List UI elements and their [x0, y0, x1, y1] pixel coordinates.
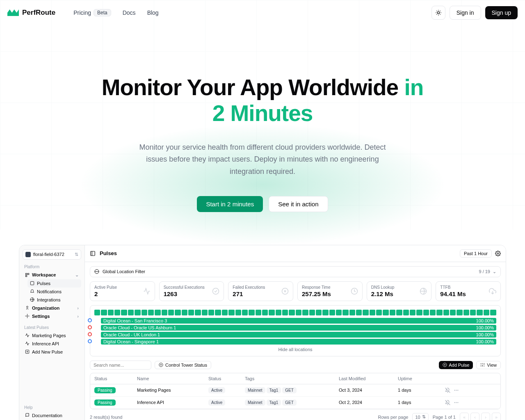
sidebar-section-latest: Latest Pulses — [24, 325, 80, 330]
sidebar-item-settings[interactable]: Settings › — [23, 312, 81, 320]
nav-pricing-label: Pricing — [73, 9, 91, 16]
sidebar-org-label: Organization — [32, 306, 59, 310]
plus-square-icon — [25, 349, 30, 354]
sidebar-item-workspace[interactable]: Workspace ⌄ — [23, 271, 81, 279]
col-modified: Last Modified — [339, 376, 396, 381]
workspace-selector[interactable]: floral-field-6372 ⇅ — [23, 249, 81, 260]
results-count: 2 result(s) found — [90, 415, 122, 420]
cta-start[interactable]: Start in 2 minutes — [197, 196, 263, 212]
hide-all-locations[interactable]: Hide all locations — [94, 347, 496, 352]
sidebar-item-notifications[interactable]: Notifications — [27, 288, 81, 296]
hero-title-pre: Monitor Your App Worldwide — [102, 75, 404, 100]
latest-pulse-2[interactable]: Inference API — [23, 340, 81, 348]
status-badge: Passing — [94, 387, 116, 393]
tag: GET — [282, 387, 297, 393]
svg-point-30 — [456, 402, 457, 403]
sidebar-item-documentation[interactable]: Documentation — [23, 411, 81, 420]
sidebar-section-platform: Platform — [24, 265, 80, 269]
latest-pulse-2-label: Inference API — [32, 341, 59, 346]
tag: Mainnet — [245, 387, 265, 393]
location-filter[interactable]: Global Location Filter 9 / 19 ⌄ — [90, 266, 501, 277]
time-range[interactable]: Past 1 Hour — [460, 249, 492, 258]
page-last[interactable]: » — [492, 413, 501, 420]
uptime-card: Digital Ocean - San Francisco 3100.00% O… — [90, 305, 501, 356]
search-input[interactable] — [90, 361, 151, 370]
control-tower-status[interactable]: Control Tower Status — [155, 361, 211, 369]
bell-off-icon[interactable] — [445, 400, 450, 405]
location-row[interactable]: Digital Ocean - San Francisco 3100.00% — [101, 318, 496, 324]
svg-rect-3 — [25, 275, 27, 276]
dashboard-preview: floral-field-6372 ⇅ Platform Workspace ⌄… — [19, 245, 506, 420]
bell-off-icon[interactable] — [445, 388, 450, 393]
nav-blog-label: Blog — [147, 9, 159, 16]
stat-active-pulse: Active Pulse 2 — [90, 281, 155, 301]
page-first[interactable]: « — [460, 413, 469, 420]
stat-failed: Failed Executions 271 — [228, 281, 293, 301]
svg-point-0 — [437, 11, 439, 14]
rows-per-page-select[interactable]: 10⇅ — [412, 413, 428, 420]
location-row[interactable]: Oracle Cloud - UK London 1100.00% — [101, 332, 496, 338]
more-icon[interactable] — [454, 400, 459, 405]
page-prev[interactable]: ‹ — [470, 413, 479, 420]
sidebar-item-integrations[interactable]: Integrations — [27, 296, 81, 304]
latest-pulse-1-label: Marketing Pages — [32, 333, 66, 338]
stat-value: 271 — [233, 290, 289, 297]
stat-successful: Successful Executions 1263 — [159, 281, 224, 301]
location-pct: 100.00% — [476, 318, 494, 323]
view-button[interactable]: View — [476, 361, 501, 369]
table-row[interactable]: Passing Marketing Pages Active MainnetTa… — [90, 384, 500, 397]
download-cloud-icon — [489, 288, 496, 295]
x-circle-icon — [281, 288, 289, 295]
chevron-updown-icon: ⇅ — [75, 252, 78, 257]
filter-label: Global Location Filter — [103, 269, 145, 274]
add-pulse-button[interactable]: Add Pulse — [439, 361, 473, 369]
more-icon[interactable] — [454, 388, 459, 393]
stat-label: Response Time — [302, 285, 358, 290]
location-name: Digital Ocean - San Francisco 3 — [103, 318, 167, 323]
stat-label: DNS Lookup — [371, 285, 427, 290]
row-modified: Oct 2, 2024 — [339, 400, 396, 405]
cta-demo[interactable]: See it in action — [269, 196, 328, 212]
svg-point-31 — [457, 402, 458, 403]
chevron-down-icon: ⌄ — [75, 272, 79, 278]
sidebar-item-organization[interactable]: Organization › — [23, 304, 81, 312]
stat-response-time: Response Time 257.25 Ms — [297, 281, 363, 301]
clock-icon — [351, 288, 358, 295]
signin-button[interactable]: Sign in — [450, 6, 481, 20]
svg-point-6 — [27, 315, 28, 317]
rows-per-page-label: Rows per page — [378, 415, 408, 420]
nav-docs-label: Docs — [123, 9, 136, 16]
chevron-right-icon: › — [77, 306, 79, 310]
stat-dns: DNS Lookup 2.12 Ms — [367, 281, 432, 301]
add-new-pulse[interactable]: Add New Pulse — [23, 348, 81, 356]
row-uptime: 1 days — [398, 400, 433, 405]
location-row[interactable]: Digital Ocean - Singapore 1100.00% — [101, 339, 496, 345]
sidebar-workspace-label: Workspace — [32, 272, 56, 277]
tag: Mainnet — [245, 399, 265, 406]
table-row[interactable]: Passing Inference API Active MainnetTag1… — [90, 397, 500, 409]
signup-button[interactable]: Sign up — [485, 6, 518, 19]
panel-icon[interactable] — [90, 251, 96, 256]
status-badge: Passing — [94, 399, 116, 406]
nav-pricing[interactable]: Pricing Beta — [73, 9, 111, 16]
sun-icon — [435, 9, 442, 16]
latest-pulse-1[interactable]: Marketing Pages — [23, 331, 81, 340]
plus-circle-icon — [159, 363, 163, 367]
nav-docs[interactable]: Docs — [123, 9, 136, 16]
location-row[interactable]: Oracle Cloud - Oracle US Ashburn 1100.00… — [101, 325, 496, 331]
theme-toggle[interactable] — [431, 6, 445, 20]
add-new-pulse-label: Add New Pulse — [32, 349, 63, 354]
col-state: Status — [208, 376, 243, 381]
svg-rect-2 — [27, 273, 29, 274]
state-badge: Active — [208, 387, 225, 393]
sidebar-item-pulses[interactable]: Pulses — [27, 279, 81, 288]
brand-logo[interactable]: PerfRoute — [7, 9, 55, 17]
row-name: Marketing Pages — [137, 388, 207, 393]
col-uptime: Uptime — [398, 376, 433, 381]
nav-blog[interactable]: Blog — [147, 9, 159, 16]
gear-icon[interactable] — [495, 251, 501, 256]
add-pulse-label: Add Pulse — [449, 363, 469, 368]
globe-icon — [94, 269, 99, 274]
location-name: Digital Ocean - Singapore 1 — [103, 339, 159, 344]
page-next[interactable]: › — [481, 413, 490, 420]
